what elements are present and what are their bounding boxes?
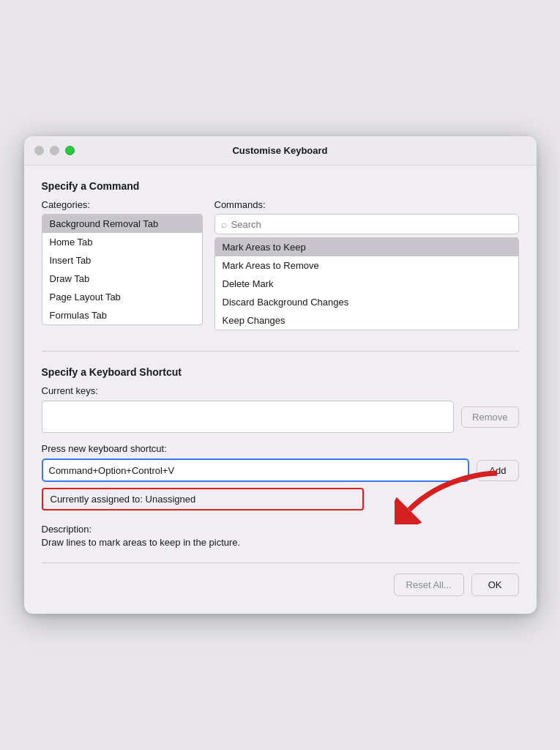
category-item-formulas[interactable]: Formulas Tab	[42, 306, 202, 324]
description-section: Description: Draw lines to mark areas to…	[42, 524, 519, 548]
command-columns: Categories: Background Removal Tab Home …	[42, 199, 519, 330]
content-area: Specify a Command Categories: Background…	[24, 166, 537, 614]
current-keys-field[interactable]	[42, 401, 455, 433]
window-title: Customise Keyboard	[232, 145, 327, 156]
assigned-to-box: Currently assigned to: Unassigned	[42, 488, 364, 510]
command-item-discard[interactable]: Discard Background Changes	[215, 293, 518, 311]
red-arrow	[395, 466, 512, 524]
maximize-button[interactable]	[65, 146, 75, 155]
command-item-keep-changes[interactable]: Keep Changes	[215, 311, 518, 330]
command-section: Specify a Command Categories: Background…	[42, 180, 519, 330]
category-item-home[interactable]: Home Tab	[42, 233, 202, 251]
search-input[interactable]	[231, 219, 512, 230]
commands-label: Commands:	[214, 199, 519, 210]
description-text: Draw lines to mark areas to keep in the …	[42, 537, 519, 548]
search-icon: ⌕	[221, 218, 227, 230]
remove-button: Remove	[461, 406, 518, 428]
categories-label: Categories:	[42, 199, 203, 210]
category-item-draw[interactable]: Draw Tab	[42, 270, 202, 288]
category-list: Background Removal Tab Home Tab Insert T…	[42, 214, 203, 325]
current-keys-label: Current keys:	[42, 385, 519, 396]
bottom-buttons: Reset All... OK	[42, 573, 519, 596]
ok-button[interactable]: OK	[471, 573, 519, 596]
main-window: Customise Keyboard Specify a Command Cat…	[24, 136, 537, 614]
traffic-lights	[34, 146, 75, 155]
shortcut-section: Specify a Keyboard Shortcut Current keys…	[42, 366, 519, 548]
command-item-remove[interactable]: Mark Areas to Remove	[215, 256, 518, 275]
current-keys-row: Remove	[42, 401, 519, 433]
command-list: Mark Areas to Keep Mark Areas to Remove …	[214, 237, 519, 330]
titlebar: Customise Keyboard	[24, 136, 537, 166]
section-divider	[42, 351, 519, 352]
bottom-divider	[42, 562, 519, 563]
categories-column: Categories: Background Removal Tab Home …	[42, 199, 203, 330]
close-button[interactable]	[34, 146, 44, 155]
command-item-delete[interactable]: Delete Mark	[215, 275, 518, 293]
commands-column: Commands: ⌕ Mark Areas to Keep Mark Area…	[214, 199, 519, 330]
description-label: Description:	[42, 524, 519, 535]
search-box: ⌕	[214, 214, 519, 234]
command-section-title: Specify a Command	[42, 180, 519, 192]
shortcut-section-title: Specify a Keyboard Shortcut	[42, 366, 519, 378]
category-item-insert[interactable]: Insert Tab	[42, 251, 202, 270]
press-shortcut-label: Press new keyboard shortcut:	[42, 443, 519, 454]
assigned-area: Currently assigned to: Unassigned	[42, 488, 519, 519]
minimize-button[interactable]	[50, 146, 59, 155]
category-item-background[interactable]: Background Removal Tab	[42, 215, 202, 233]
category-item-pagelayout[interactable]: Page Layout Tab	[42, 288, 202, 306]
command-item-keep[interactable]: Mark Areas to Keep	[215, 238, 518, 256]
reset-all-button: Reset All...	[394, 573, 464, 596]
